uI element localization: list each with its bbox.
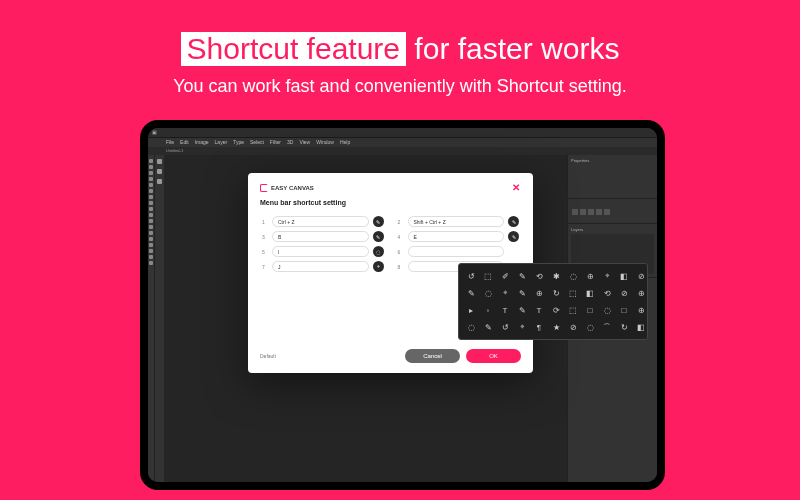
shortcut-input[interactable]: Shift + Ctrl + Z	[408, 216, 505, 227]
shortcut-input[interactable]	[408, 246, 505, 257]
ps-menu-item[interactable]: Image	[195, 139, 209, 146]
ps-logo: ▣	[152, 129, 157, 136]
tool-picker-item[interactable]: ◌	[464, 320, 478, 334]
tool-picker-item[interactable]: ✎	[481, 320, 495, 334]
shortcut-action-icon[interactable]: ✎	[373, 231, 384, 242]
tool-picker-item[interactable]: ⌖	[498, 286, 512, 300]
ps-tool[interactable]	[149, 159, 153, 163]
shortcut-input[interactable]: J	[272, 261, 369, 272]
ps-tool[interactable]	[149, 243, 153, 247]
swatch[interactable]	[596, 209, 602, 215]
ps-tool[interactable]	[149, 183, 153, 187]
tool-picker-item[interactable]: ↺	[464, 269, 478, 283]
ps-tool[interactable]	[149, 237, 153, 241]
tool-picker-item[interactable]: ⊘	[566, 320, 580, 334]
ps-tool[interactable]	[149, 213, 153, 217]
ps-tool[interactable]	[149, 165, 153, 169]
tool-picker-item[interactable]: ✎	[515, 303, 529, 317]
tool-picker-item[interactable]: ¶	[532, 320, 546, 334]
tool-picker-item[interactable]: ⬚	[566, 303, 580, 317]
tool-picker-item[interactable]: ✐	[498, 269, 512, 283]
ps-menu-item[interactable]: Type	[233, 139, 244, 146]
swatch[interactable]	[588, 209, 594, 215]
shortcut-action-icon[interactable]: ✎	[373, 216, 384, 227]
shortcut-action-icon[interactable]: ✎	[508, 216, 519, 227]
tool-picker-item[interactable]: ⊕	[532, 286, 546, 300]
tool-picker-item[interactable]: ⊘	[617, 286, 631, 300]
tool-picker-item[interactable]: ✱	[549, 269, 563, 283]
tool-picker-item[interactable]: ⌖	[600, 269, 614, 283]
swatch[interactable]	[572, 209, 578, 215]
ps-tool[interactable]	[149, 195, 153, 199]
tool-picker-item[interactable]: ↻	[549, 286, 563, 300]
ps-menu-item[interactable]: 3D	[287, 139, 293, 146]
tool-picker-item[interactable]: ◌	[481, 286, 495, 300]
swatch[interactable]	[580, 209, 586, 215]
tool-picker-item[interactable]: ⟳	[549, 303, 563, 317]
tool-picker-item[interactable]: ✎	[515, 286, 529, 300]
ps-menu-item[interactable]: Help	[340, 139, 350, 146]
ps-tool[interactable]	[149, 207, 153, 211]
ps-tool[interactable]	[149, 189, 153, 193]
tool-picker-item[interactable]: ⬚	[566, 286, 580, 300]
default-link[interactable]: Default	[260, 353, 276, 359]
ps-menu-item[interactable]: File	[166, 139, 174, 146]
tool-picker-item[interactable]: ↻	[617, 320, 631, 334]
tool-picker-item[interactable]: ◧	[617, 269, 631, 283]
tool-picker-item[interactable]: ★	[549, 320, 563, 334]
ok-button[interactable]: OK	[466, 349, 521, 363]
ps-tab[interactable]: Untitled-1	[166, 148, 183, 153]
ps-tool[interactable]	[149, 201, 153, 205]
ps-menu-item[interactable]: Window	[316, 139, 334, 146]
tool-picker-item[interactable]: ⊘	[634, 269, 648, 283]
tool-picker-item[interactable]: ⊕	[583, 269, 597, 283]
ps-menu-item[interactable]: Select	[250, 139, 264, 146]
ps-tool[interactable]	[149, 231, 153, 235]
shortcut-action-icon[interactable]: ◌	[373, 246, 384, 257]
tool-picker-item[interactable]: □	[617, 303, 631, 317]
tool-picker-item[interactable]: ◌	[583, 320, 597, 334]
tool-picker-item[interactable]: ⌖	[515, 320, 529, 334]
close-icon[interactable]: ✕	[511, 183, 521, 193]
ps-tool[interactable]	[149, 177, 153, 181]
ps-tool[interactable]	[149, 171, 153, 175]
tool-picker-item[interactable]: ◌	[566, 269, 580, 283]
tool-picker-item[interactable]: ⊕	[634, 286, 648, 300]
tool-picker-item[interactable]: T	[532, 303, 546, 317]
ps-tool[interactable]	[149, 219, 153, 223]
shortcut-input[interactable]: Ctrl + Z	[272, 216, 369, 227]
tool-picker-item[interactable]: ⬚	[481, 269, 495, 283]
tool-picker-item[interactable]: ◧	[634, 320, 648, 334]
shortcut-action-icon[interactable]: ✎	[508, 231, 519, 242]
ps-menu-item[interactable]: Layer	[215, 139, 228, 146]
ps-menu-item[interactable]: Edit	[180, 139, 189, 146]
tool-picker-item[interactable]: ◧	[583, 286, 597, 300]
tool-picker-item[interactable]: ⌒	[600, 320, 614, 334]
ec-sidebar-item[interactable]	[157, 159, 162, 164]
tool-picker-item[interactable]: ✎	[464, 286, 478, 300]
tool-picker-item[interactable]: T	[498, 303, 512, 317]
tool-picker-item[interactable]: ✎	[515, 269, 529, 283]
tool-picker-item[interactable]: □	[583, 303, 597, 317]
tool-picker-item[interactable]: ◌	[600, 303, 614, 317]
tool-picker-item[interactable]: ↺	[498, 320, 512, 334]
ps-menu-item[interactable]: Filter	[270, 139, 281, 146]
shortcut-input[interactable]: E	[408, 231, 505, 242]
ps-tool[interactable]	[149, 249, 153, 253]
shortcut-input[interactable]: I	[272, 246, 369, 257]
tool-picker-item[interactable]: ▸	[464, 303, 478, 317]
shortcut-action-icon[interactable]: ⌖	[373, 261, 384, 272]
ps-tool[interactable]	[149, 255, 153, 259]
ps-tool[interactable]	[149, 261, 153, 265]
tool-picker-item[interactable]: ⊕	[634, 303, 648, 317]
ps-menu-item[interactable]: View	[299, 139, 310, 146]
ps-tool[interactable]	[149, 225, 153, 229]
swatch[interactable]	[604, 209, 610, 215]
cancel-button[interactable]: Cancel	[405, 349, 460, 363]
tool-picker-item[interactable]: ◦	[481, 303, 495, 317]
ec-sidebar-item[interactable]	[157, 179, 162, 184]
ec-sidebar-item[interactable]	[157, 169, 162, 174]
shortcut-input[interactable]: B	[272, 231, 369, 242]
tool-picker-item[interactable]: ⟲	[600, 286, 614, 300]
tool-picker-item[interactable]: ⟲	[532, 269, 546, 283]
